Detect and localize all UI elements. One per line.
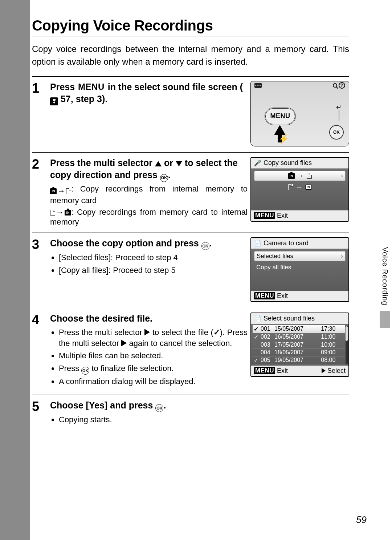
intro-paragraph: Copy voice recordings between the intern… [32,43,349,68]
step-5: 5 Choose [Yes] and press OK. Copying sta… [32,395,349,433]
content: Copying Voice Recordings Copy voice reco… [30,17,369,432]
sheet: Copying Voice Recordings Copy voice reco… [30,0,392,540]
flash-icon: ⚡ [278,134,289,144]
num-cell: 001 [260,325,273,333]
step-bullets: Press the multi selector to select the f… [50,327,248,387]
lcd-body: Selected files› Copy all files [251,249,348,291]
copy-icon: 📄 [254,315,261,322]
menu-button[interactable]: MENU [265,108,296,125]
option-card-to-internal[interactable]: →IN [254,182,346,192]
side-tab: Voice Recording [377,247,392,335]
step-illustration: ? MENU ⚡ ↵ OK [250,81,349,146]
table-row[interactable]: ✔00115/05/200717:30 [253,325,345,333]
exit-label[interactable]: Exit [277,367,288,374]
check-icon: ✓ [213,327,220,338]
lcd-select-sound-files: 📄Select sound files ✔00115/05/200717:30 … [250,313,349,377]
step-body: Choose the desired file. Press the multi… [50,313,248,389]
text: Selected files [257,253,293,260]
copy-icon: 📄 [254,240,261,247]
scrollbar-thumb[interactable] [346,326,348,341]
date-cell: 16/05/2007 [273,333,320,341]
num-cell: 004 [260,348,273,356]
ok-icon: OK [160,174,168,182]
text: 57, step 3). [58,94,107,104]
text: Select sound files [264,315,315,322]
lcd-body: ✔00115/05/200717:30 ✓00216/05/200711:00 … [251,324,348,366]
step-sub: IN→: Copy recordings from internal memor… [50,184,248,205]
step-sub: →IN: Copy recordings from memory card to… [50,207,248,227]
text: Camera to card [264,239,309,247]
lcd-title: 📄Select sound files [251,313,348,324]
step-head: Choose the desired file. [50,313,248,325]
table-row[interactable]: ✓00216/05/200711:00 [253,333,345,341]
bullet: A confirmation dialog will be displayed. [59,376,248,387]
camera-illustration: ? MENU ⚡ ↵ OK [250,81,349,146]
help-icon: ? [339,82,345,89]
triangle-right-icon [144,329,150,335]
ok-button[interactable]: OK [329,125,344,140]
lcd-copy-sound-files: 🎤Copy sound files IN→› →IN MENU Exit [250,157,349,222]
bullet: Multiple files can be selected. [59,350,248,361]
ok-icon: OK [201,242,209,250]
date-cell: 18/05/2007 [273,348,320,356]
step-2: 2 Press the multi selector or to select … [32,152,349,233]
exit-label[interactable]: Exit [277,292,288,299]
step-head: Press MENU in the select sound file scre… [50,81,248,106]
connector-line [339,110,339,121]
text: : Copy recordings from internal memory t… [50,184,248,205]
bullet: Press OK to finalize file selection. [59,363,248,375]
bullet: [Selected files]: Proceed to step 4 [59,252,248,263]
table-row[interactable]: 00418/05/200709:00 [253,348,345,356]
lcd-footer: MENU Exit Select [251,366,348,376]
scrollbar[interactable] [346,326,348,364]
option-internal-to-card[interactable]: IN→› [254,171,346,181]
text: Press the multi selector [59,328,144,337]
page: Copying Voice Recordings Copy voice reco… [0,0,392,540]
text: to finalize file selection. [89,364,173,373]
select-label: Select [327,367,346,374]
zoom-help-icons: ? [333,82,345,89]
table-row[interactable]: 00317/05/200710:00 [253,341,345,348]
text: or [162,158,176,168]
menu-badge: MENU [254,292,275,299]
step-head: Choose the copy option and press OK. [50,237,248,250]
check-cell [253,341,260,348]
time-cell: 17:30 [320,325,345,333]
step-number: 5 [32,399,47,427]
step-number: 2 [32,157,47,227]
bullet: Copying starts. [59,414,349,425]
check-cell: ✓ [253,333,260,341]
step-number: 3 [32,237,47,302]
dpad-indicator-icon [254,83,262,88]
text: . [209,238,212,248]
text: Press [59,364,81,373]
text: Choose [Yes] and press [50,400,155,410]
triangle-right-icon [121,340,127,346]
exit-label[interactable]: Exit [277,212,288,219]
step-illustration: 📄Select sound files ✔00115/05/200717:30 … [250,313,349,389]
select-action[interactable]: Select [322,367,346,375]
table-row[interactable]: ✓00519/05/200708:00 [253,356,345,364]
menu-badge: MENU [254,212,275,219]
step-illustration: 🎤Copy sound files IN→› →IN MENU Exit [250,157,349,227]
time-cell: 11:00 [320,333,345,341]
page-title: Copying Voice Recordings [32,17,349,34]
bullet: Press the multi selector to select the f… [59,327,248,349]
step-number: 1 [32,81,47,146]
side-tab-label: Voice Recording [381,247,389,306]
ok-icon: OK [155,404,163,412]
option-selected-files[interactable]: Selected files› [254,251,346,261]
lcd-footer: MENU Exit [251,291,348,301]
triangle-down-icon [176,161,182,166]
mic-icon: 🎤 [254,160,261,166]
card-to-internal-icon: →IN [50,208,71,217]
text: Choose the copy option and press [50,238,201,248]
time-cell: 09:00 [320,348,345,356]
option-copy-all-files[interactable]: Copy all files [254,263,346,272]
page-number: 59 [356,514,367,525]
step-body: Press MENU in the select sound file scre… [50,81,248,146]
bullet: [Copy all files]: Proceed to step 5 [59,265,248,276]
magnifier-icon [333,83,337,88]
time-cell: 10:00 [320,341,345,348]
step-number: 4 [32,313,47,389]
